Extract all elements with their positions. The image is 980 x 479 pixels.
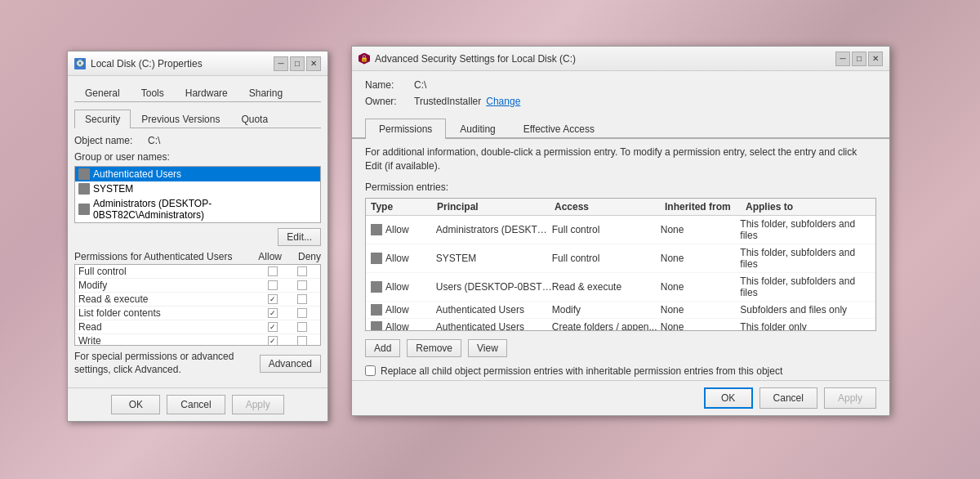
- user-item-3[interactable]: Users (DESKTOP-0BST82C\Users): [75, 222, 320, 223]
- right-maximize-button[interactable]: □: [852, 51, 866, 66]
- owner-label: Owner:: [365, 96, 414, 107]
- left-ok-button[interactable]: OK: [111, 395, 160, 414]
- perm-entries-label: Permission entries:: [352, 180, 889, 195]
- perm-deny-1[interactable]: [297, 280, 307, 290]
- right-apply-button[interactable]: Apply: [824, 387, 876, 409]
- replace-permissions-checkbox[interactable]: [365, 365, 376, 376]
- user-item-1[interactable]: SYSTEM: [75, 181, 320, 196]
- perm-deny-5[interactable]: [297, 336, 307, 346]
- left-titlebar-controls: ─ □ ✕: [274, 56, 321, 71]
- tab-security[interactable]: Security: [74, 110, 131, 128]
- left-dialog-titlebar: 💽 Local Disk (C:) Properties ─ □ ✕: [68, 51, 327, 76]
- row4-applies: This folder only: [740, 321, 871, 330]
- tab-hardware[interactable]: Hardware: [175, 83, 238, 102]
- row3-applies: Subfolders and files only: [740, 304, 871, 316]
- permissions-table-right: Type Principal Access Inherited from App…: [365, 198, 876, 331]
- close-button[interactable]: ✕: [306, 56, 321, 71]
- table-row[interactable]: Allow Administrators (DESKTOP-0BS... Ful…: [366, 216, 875, 244]
- right-tabs: Permissions Auditing Effective Access: [352, 117, 889, 139]
- perm-section-label: Permissions for Authenticated Users: [74, 251, 232, 262]
- perm-row-3: List folder contents: [75, 307, 320, 320]
- minimize-button[interactable]: ─: [274, 56, 288, 71]
- perm-allow-2[interactable]: [268, 294, 278, 304]
- object-name-label: Object name:: [74, 135, 148, 146]
- header-inherited: Inherited from: [665, 201, 746, 213]
- header-access: Access: [555, 201, 665, 213]
- row1-principal: SYSTEM: [436, 253, 552, 264]
- maximize-button[interactable]: □: [290, 56, 305, 71]
- user-item-0[interactable]: Authenticated Users: [75, 167, 320, 181]
- perm-deny-3[interactable]: [297, 308, 307, 318]
- tab-permissions[interactable]: Permissions: [365, 119, 446, 139]
- row1-access: Full control: [552, 253, 661, 264]
- perm-row-4: Read: [75, 320, 320, 334]
- tab-auditing[interactable]: Auditing: [446, 119, 509, 139]
- table-header: Type Principal Access Inherited from App…: [366, 199, 875, 216]
- left-dialog-footer: OK Cancel Apply: [68, 387, 327, 421]
- info-section: Name: C:\ Owner: TrustedInstaller Change: [352, 71, 889, 117]
- deny-label: Deny: [298, 251, 321, 262]
- perm-allow-0[interactable]: [268, 266, 278, 276]
- row2-principal: Users (DESKTOP-0BST82C\Use...: [436, 281, 552, 293]
- tab-previous-versions[interactable]: Previous Versions: [131, 110, 230, 128]
- owner-row: Owner: TrustedInstaller Change: [365, 96, 876, 107]
- tab-sharing[interactable]: Sharing: [238, 83, 293, 102]
- description-text: For additional information, double-click…: [352, 139, 889, 180]
- row1-applies: This folder, subfolders and files: [740, 247, 871, 270]
- right-dialog: 🔒 Advanced Security Settings for Local D…: [351, 46, 890, 416]
- row2-applies: This folder, subfolders and files: [740, 275, 871, 298]
- perm-deny-2[interactable]: [297, 294, 307, 304]
- user-icon-1: [78, 183, 90, 195]
- header-type: Type: [371, 201, 415, 213]
- perm-allow-3[interactable]: [268, 308, 278, 318]
- group-label: Group or user names:: [74, 151, 321, 163]
- row2-inherited: None: [661, 281, 741, 293]
- table-row[interactable]: Allow Authenticated Users Create folders…: [366, 319, 875, 330]
- row3-principal: Authenticated Users: [436, 304, 552, 316]
- tab-general[interactable]: General: [74, 83, 131, 102]
- row0-principal: Administrators (DESKTOP-0BS...: [436, 224, 552, 235]
- right-cancel-button[interactable]: Cancel: [760, 387, 817, 409]
- perm-deny-0[interactable]: [297, 266, 307, 276]
- perm-deny-4[interactable]: [297, 322, 307, 332]
- left-dialog-title: Local Disk (C:) Properties: [91, 58, 203, 69]
- remove-button[interactable]: Remove: [407, 339, 461, 357]
- user-item-2[interactable]: Administrators (DESKTOP-0BST82C\Administ…: [75, 196, 320, 222]
- shield-icon: 🔒: [359, 53, 370, 65]
- header-allow: [415, 201, 437, 213]
- edit-button[interactable]: Edit...: [278, 228, 321, 246]
- row4-icon: [371, 321, 382, 330]
- perm-allow-4[interactable]: [268, 322, 278, 332]
- left-cancel-button[interactable]: Cancel: [167, 395, 225, 414]
- disk-icon: 💽: [74, 58, 86, 69]
- right-ok-button[interactable]: OK: [704, 387, 753, 409]
- table-row[interactable]: Allow SYSTEM Full control None This fold…: [366, 244, 875, 273]
- table-row[interactable]: Allow Users (DESKTOP-0BST82C\Use... Read…: [366, 273, 875, 302]
- table-row[interactable]: Allow Authenticated Users Modify None Su…: [366, 302, 875, 319]
- owner-change-link[interactable]: Change: [486, 96, 520, 107]
- row3-access: Modify: [552, 304, 661, 316]
- perm-allow-5[interactable]: [268, 336, 278, 346]
- users-listbox[interactable]: Authenticated Users SYSTEM Administrator…: [74, 166, 321, 223]
- row4-access: Create folders / appen...: [552, 321, 661, 330]
- tab-effective-access[interactable]: Effective Access: [510, 119, 608, 139]
- advanced-button[interactable]: Advanced: [260, 355, 321, 373]
- table-body[interactable]: Allow Administrators (DESKTOP-0BS... Ful…: [366, 216, 875, 330]
- perm-allow-1[interactable]: [268, 280, 278, 290]
- view-button[interactable]: View: [468, 339, 507, 357]
- row0-applies: This folder, subfolders and files: [740, 218, 871, 241]
- user-icon-0: [78, 168, 90, 180]
- right-dialog-titlebar: 🔒 Advanced Security Settings for Local D…: [352, 47, 889, 71]
- header-applies: Applies to: [746, 201, 871, 213]
- left-tabs-row1: General Tools Hardware Sharing: [74, 83, 321, 102]
- name-value: C:\: [414, 79, 426, 91]
- right-minimize-button[interactable]: ─: [835, 51, 850, 66]
- tab-tools[interactable]: Tools: [131, 83, 175, 102]
- right-close-button[interactable]: ✕: [868, 51, 883, 66]
- owner-value: TrustedInstaller: [414, 96, 481, 107]
- left-apply-button[interactable]: Apply: [232, 395, 284, 414]
- name-label: Name:: [365, 79, 414, 91]
- add-button[interactable]: Add: [365, 339, 400, 357]
- row3-inherited: None: [661, 304, 741, 316]
- tab-quota[interactable]: Quota: [230, 110, 278, 128]
